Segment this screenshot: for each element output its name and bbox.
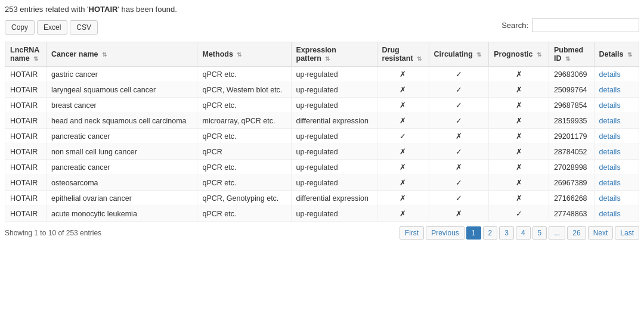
table-row: HOTAIRhead and neck squamous cell carcin… bbox=[5, 113, 639, 129]
cell-drug: ✗ bbox=[377, 206, 429, 222]
cell-methods: qPCR etc. bbox=[197, 206, 291, 222]
cell-drug: ✗ bbox=[377, 191, 429, 206]
cell-pubmed: 28159935 bbox=[549, 113, 594, 129]
cell-details[interactable]: details bbox=[594, 113, 639, 129]
cell-details[interactable]: details bbox=[594, 67, 639, 82]
first-button[interactable]: First bbox=[400, 226, 424, 240]
cell-cancer: pancreatic cancer bbox=[47, 160, 197, 175]
cell-cancer: pancreatic cancer bbox=[47, 129, 197, 144]
cell-circulating: ✗ bbox=[429, 160, 489, 175]
cell-pubmed: 27166268 bbox=[549, 191, 594, 206]
cell-pubmed: 27028998 bbox=[549, 160, 594, 175]
col-methods[interactable]: Methods ⇅ bbox=[197, 42, 291, 67]
csv-button[interactable]: CSV bbox=[70, 20, 98, 35]
cell-prognostic: ✗ bbox=[489, 113, 549, 129]
details-link[interactable]: details bbox=[599, 148, 621, 156]
cell-circulating: ✓ bbox=[429, 82, 489, 98]
cell-cancer: acute monocytic leukemia bbox=[47, 206, 197, 222]
col-expression[interactable]: Expressionpattern ⇅ bbox=[291, 42, 377, 67]
cell-drug: ✗ bbox=[377, 144, 429, 160]
cell-drug: ✗ bbox=[377, 98, 429, 113]
table-row: HOTAIRnon small cell lung cancerqPCRup-r… bbox=[5, 144, 639, 160]
cell-pubmed: 27748863 bbox=[549, 206, 594, 222]
cell-cancer: breast cancer bbox=[47, 98, 197, 113]
cell-lncrna: HOTAIR bbox=[5, 98, 47, 113]
details-link[interactable]: details bbox=[599, 86, 621, 94]
details-link[interactable]: details bbox=[599, 210, 621, 218]
search-input[interactable] bbox=[532, 18, 639, 32]
table-row: HOTAIRlaryngeal squamous cell cancerqPCR… bbox=[5, 82, 639, 98]
copy-button[interactable]: Copy bbox=[5, 20, 35, 35]
cell-drug: ✗ bbox=[377, 67, 429, 82]
details-link[interactable]: details bbox=[599, 194, 621, 203]
cell-lncrna: HOTAIR bbox=[5, 67, 47, 82]
details-link[interactable]: details bbox=[599, 163, 621, 172]
next-button[interactable]: Next bbox=[588, 226, 614, 240]
previous-button[interactable]: Previous bbox=[426, 226, 465, 240]
cell-details[interactable]: details bbox=[594, 129, 639, 144]
page-button-5[interactable]: 5 bbox=[532, 226, 547, 240]
cell-drug: ✗ bbox=[377, 160, 429, 175]
page-button-4[interactable]: 4 bbox=[516, 226, 531, 240]
table-row: HOTAIRacute monocytic leukemiaqPCR etc.u… bbox=[5, 206, 639, 222]
cell-lncrna: HOTAIR bbox=[5, 144, 47, 160]
cell-lncrna: HOTAIR bbox=[5, 175, 47, 191]
page-button-2[interactable]: 2 bbox=[483, 226, 498, 240]
cell-circulating: ✓ bbox=[429, 175, 489, 191]
cell-prognostic: ✓ bbox=[489, 206, 549, 222]
showing-label: Showing 1 to 10 of 253 entries bbox=[5, 229, 101, 237]
cell-methods: qPCR etc. bbox=[197, 98, 291, 113]
details-link[interactable]: details bbox=[599, 117, 621, 125]
cell-circulating: ✓ bbox=[429, 98, 489, 113]
col-prognostic[interactable]: Prognostic ⇅ bbox=[489, 42, 549, 67]
col-details[interactable]: Details ⇅ bbox=[594, 42, 639, 67]
cell-lncrna: HOTAIR bbox=[5, 113, 47, 129]
cell-prognostic: ✗ bbox=[489, 144, 549, 160]
cell-cancer: non small cell lung cancer bbox=[47, 144, 197, 160]
page-button-3[interactable]: 3 bbox=[499, 226, 514, 240]
cell-prognostic: ✗ bbox=[489, 160, 549, 175]
cell-details[interactable]: details bbox=[594, 144, 639, 160]
cell-cancer: osteosarcoma bbox=[47, 175, 197, 191]
cell-pubmed: 29683069 bbox=[549, 67, 594, 82]
search-label: Search: bbox=[501, 21, 528, 30]
cell-details[interactable]: details bbox=[594, 191, 639, 206]
cell-expression: up-regulated bbox=[291, 82, 377, 98]
cell-circulating: ✓ bbox=[429, 67, 489, 82]
cell-lncrna: HOTAIR bbox=[5, 129, 47, 144]
cell-pubmed: 26967389 bbox=[549, 175, 594, 191]
cell-expression: up-regulated bbox=[291, 98, 377, 113]
cell-details[interactable]: details bbox=[594, 175, 639, 191]
cell-prognostic: ✗ bbox=[489, 129, 549, 144]
cell-details[interactable]: details bbox=[594, 82, 639, 98]
excel-button[interactable]: Excel bbox=[37, 20, 67, 35]
col-lncrna[interactable]: LncRNAname ⇅ bbox=[5, 42, 47, 67]
cell-details[interactable]: details bbox=[594, 98, 639, 113]
col-drug[interactable]: Drugresistant ⇅ bbox=[377, 42, 429, 67]
cell-methods: qPCR etc. bbox=[197, 67, 291, 82]
col-cancer[interactable]: Cancer name ⇅ bbox=[47, 42, 197, 67]
cell-drug: ✓ bbox=[377, 129, 429, 144]
table-row: HOTAIRosteosarcomaqPCR etc.up-regulated✗… bbox=[5, 175, 639, 191]
details-link[interactable]: details bbox=[599, 101, 621, 110]
col-pubmed[interactable]: PubmedID ⇅ bbox=[549, 42, 594, 67]
cell-methods: qPCR etc. bbox=[197, 160, 291, 175]
cell-details[interactable]: details bbox=[594, 206, 639, 222]
cell-circulating: ✓ bbox=[429, 144, 489, 160]
cell-lncrna: HOTAIR bbox=[5, 160, 47, 175]
cell-lncrna: HOTAIR bbox=[5, 82, 47, 98]
page-button-26[interactable]: 26 bbox=[567, 226, 586, 240]
details-link[interactable]: details bbox=[599, 132, 621, 141]
cell-details[interactable]: details bbox=[594, 160, 639, 175]
last-button[interactable]: Last bbox=[615, 226, 639, 240]
page-button-1[interactable]: 1 bbox=[466, 226, 481, 240]
details-link[interactable]: details bbox=[599, 179, 621, 187]
cell-methods: microarray, qPCR etc. bbox=[197, 113, 291, 129]
cell-cancer: epithelial ovarian cancer bbox=[47, 191, 197, 206]
cell-drug: ✗ bbox=[377, 82, 429, 98]
cell-expression: up-regulated bbox=[291, 175, 377, 191]
cell-drug: ✗ bbox=[377, 113, 429, 129]
details-link[interactable]: details bbox=[599, 70, 621, 79]
col-circulating[interactable]: Circulating ⇅ bbox=[429, 42, 489, 67]
cell-circulating: ✗ bbox=[429, 206, 489, 222]
